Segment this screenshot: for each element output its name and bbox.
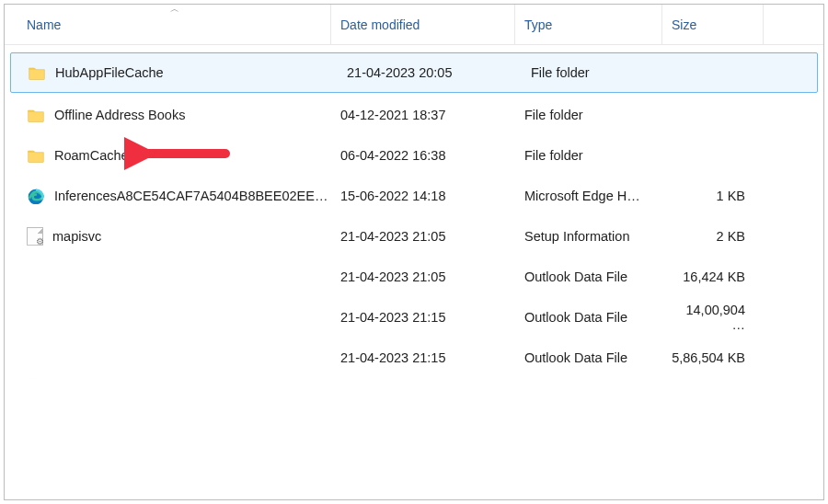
column-header-row: Name Date modified Type Size xyxy=(5,5,823,45)
file-name: InferencesA8CE54CAF7A5404B8BEE02EE… xyxy=(54,189,328,203)
folder-icon xyxy=(28,64,46,81)
file-date: 21-04-2023 21:15 xyxy=(331,350,515,365)
column-header-size[interactable]: Size xyxy=(662,5,764,44)
file-size: 2 KB xyxy=(662,229,764,244)
file-type: File folder xyxy=(515,148,662,163)
file-explorer: ︿ Name Date modified Type Size HubAppFil… xyxy=(4,4,824,500)
file-date: 21-04-2023 21:05 xyxy=(331,269,515,284)
file-size: 14,00,904 … xyxy=(662,303,764,332)
file-type: Outlook Data File xyxy=(515,310,662,325)
file-type: Microsoft Edge H… xyxy=(515,189,662,203)
file-date: 21-04-2023 21:05 xyxy=(331,229,515,244)
file-type: File folder xyxy=(515,108,662,122)
column-header-type[interactable]: Type xyxy=(515,5,662,44)
column-header-name[interactable]: Name xyxy=(5,5,331,44)
column-header-date[interactable]: Date modified xyxy=(331,5,515,44)
column-header-name-label: Name xyxy=(27,17,61,32)
file-type: File folder xyxy=(522,65,669,80)
file-row[interactable]: HubAppFileCache 21-04-2023 20:05 File fo… xyxy=(10,52,818,93)
file-name: mapisvc xyxy=(52,229,101,244)
file-size: 5,86,504 KB xyxy=(662,350,764,365)
redacted-area xyxy=(14,249,327,378)
file-row[interactable]: Offline Address Books 04-12-2021 18:37 F… xyxy=(5,95,823,135)
folder-icon xyxy=(27,147,45,164)
file-row[interactable]: RoamCache 06-04-2022 16:38 File folder xyxy=(5,135,823,176)
file-size: 16,424 KB xyxy=(662,269,764,284)
file-date: 21-04-2023 20:05 xyxy=(338,65,522,80)
column-header-type-label: Type xyxy=(524,17,552,32)
file-name: RoamCache xyxy=(54,148,129,163)
column-header-size-label: Size xyxy=(672,17,696,32)
file-row[interactable]: InferencesA8CE54CAF7A5404B8BEE02EE… 15-0… xyxy=(5,176,823,216)
setup-file-icon xyxy=(27,227,43,246)
folder-icon xyxy=(27,107,45,123)
file-type: Setup Information xyxy=(515,229,662,244)
file-size: 1 KB xyxy=(662,189,764,203)
file-date: 04-12-2021 18:37 xyxy=(331,108,515,122)
edge-icon xyxy=(27,188,45,204)
sort-ascending-icon: ︿ xyxy=(170,3,179,16)
file-name: HubAppFileCache xyxy=(55,65,164,80)
file-date: 15-06-2022 14:18 xyxy=(331,189,515,203)
file-name: Offline Address Books xyxy=(54,108,185,122)
file-date: 21-04-2023 21:15 xyxy=(331,310,515,325)
file-date: 06-04-2022 16:38 xyxy=(331,148,515,163)
file-type: Outlook Data File xyxy=(515,269,662,284)
column-header-date-label: Date modified xyxy=(340,17,420,32)
file-type: Outlook Data File xyxy=(515,350,662,365)
